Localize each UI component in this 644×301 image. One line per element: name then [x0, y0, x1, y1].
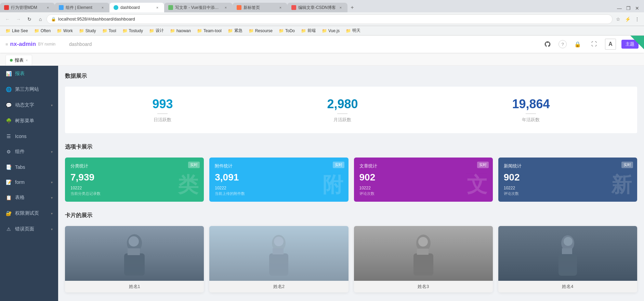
bookmark-teamtool[interactable]: 📁 Team-tool [194, 28, 224, 34]
tab-close-5[interactable]: × [278, 5, 283, 10]
browser-tab-2[interactable]: 组件 | Element × [55, 3, 109, 12]
person-card-2[interactable]: 姓名2 [209, 226, 348, 292]
hamburger-icon[interactable]: ≡ [5, 42, 8, 47]
yearly-label: 年活跃数 [512, 117, 550, 123]
bookmark-study[interactable]: 📁 Study [76, 28, 99, 34]
sidebar-item-permissions[interactable]: 🔐 权限测试页 ▾ [0, 205, 58, 221]
card-bg-text-4: 新 [611, 171, 632, 199]
stat-card-classification[interactable]: 实时 分类统计 7,939 10222 当前分类总记录数 类 [65, 158, 204, 202]
svg-rect-1 [124, 253, 145, 276]
restore-button[interactable]: ❐ [624, 4, 632, 12]
browser-tab-6[interactable]: 编辑文章-CSDN博客 × [287, 3, 347, 12]
svg-rect-13 [558, 253, 577, 276]
permissions-icon: 🔐 [5, 211, 12, 216]
bookmark-urgent[interactable]: 📁 紧急 [225, 27, 245, 34]
sidebar-item-form[interactable]: 📝 form ▾ [0, 175, 58, 190]
tab-close-3[interactable]: × [155, 5, 160, 10]
sidebar-item-third-party[interactable]: 🌐 第三方网站 [0, 81, 58, 97]
person-card-1[interactable]: 姓名1 [65, 226, 204, 292]
sidebar-item-tabs[interactable]: 📑 Tabs [0, 160, 58, 175]
bookmark-star-icon[interactable]: ☆ [614, 15, 622, 23]
github-icon-btn[interactable] [542, 39, 553, 50]
chevron-down-icon-5: ▾ [51, 212, 53, 215]
bookmark-label: 紧急 [234, 28, 242, 34]
icons-icon: ☰ [5, 134, 12, 139]
bookmark-tool[interactable]: 📁 Tool [100, 28, 119, 34]
data-display-section: 数据展示 993 日活跃数 2,980 月活跃数 [65, 73, 637, 133]
close-window-button[interactable]: ✕ [633, 4, 641, 12]
home-button[interactable]: ⌂ [36, 14, 45, 24]
bookmark-label: 设计 [156, 28, 164, 34]
person-name-1: 姓名1 [65, 281, 204, 292]
forward-button[interactable]: → [14, 14, 23, 24]
bookmark-tomorrow[interactable]: 📁 明天 [343, 27, 363, 34]
sidebar-item-tree-menu[interactable]: 🌳 树形菜单 [0, 113, 58, 129]
bookmark-work[interactable]: 📁 Work [54, 28, 76, 34]
browser-tab-3[interactable]: dashboard × [109, 3, 164, 12]
card-title-4: 新闻统计 [504, 163, 632, 169]
refresh-button[interactable]: ↻ [25, 14, 34, 24]
address-bar[interactable]: 🔒 localhost:9528/#/dashboard/dashboard [47, 14, 613, 24]
bookmark-vuejs[interactable]: 📁 Vue.js [319, 28, 342, 34]
stat-card-article[interactable]: 实时 文章统计 902 10222 评论次数 文 [354, 158, 493, 202]
svg-rect-3 [128, 248, 140, 255]
tab-close-reports[interactable]: × [26, 58, 28, 62]
extensions-icon[interactable]: ⚡ [623, 15, 632, 23]
sidebar-item-dynamic-text[interactable]: 💬 动态文字 ▾ [0, 97, 58, 113]
minimize-button[interactable]: — [615, 4, 623, 12]
card-title-2: 附件统计 [215, 163, 343, 169]
sidebar-item-table[interactable]: 📋 表格 ▾ [0, 190, 58, 205]
tab-title-1: 行为管理MDM [11, 5, 43, 11]
header-right-actions: ? 🔒 ⛶ A 主题 [542, 39, 639, 50]
bookmark-label: Vue.js [328, 28, 340, 33]
person-card-4[interactable]: 姓名4 [498, 226, 637, 292]
tab-close-2[interactable]: × [100, 5, 105, 10]
bookmark-haowan[interactable]: 📁 haowan [167, 28, 194, 34]
bookmark-todo[interactable]: 📁 ToDo [276, 28, 298, 34]
tab-active-dot [10, 59, 13, 62]
tab-close-4[interactable]: × [223, 5, 228, 10]
tab-close-1[interactable]: × [45, 5, 51, 10]
bookmark-tostudy[interactable]: 📁 Tostudy [120, 28, 146, 34]
tab-close-6[interactable]: × [338, 5, 343, 10]
person-card-3[interactable]: 姓名3 [354, 226, 493, 292]
card-badge-3: 实时 [477, 162, 489, 168]
sidebar-item-icons[interactable]: ☰ Icons [0, 129, 58, 144]
breadcrumb-text: dashboard [69, 41, 92, 47]
lock-icon-btn[interactable]: 🔒 [572, 39, 583, 50]
sidebar-item-components[interactable]: ⚙ 组件 ▾ [0, 144, 58, 160]
person-display-title: 卡片的展示 [65, 212, 637, 219]
tab-favicon-6 [291, 5, 296, 10]
bookmark-design[interactable]: 📁 设计 [146, 27, 167, 34]
person-name-3: 姓名3 [354, 281, 493, 292]
sidebar-item-error-pages[interactable]: ⚠ 错误页面 ▾ [0, 221, 58, 237]
browser-tab-5[interactable]: 新标签页 × [233, 3, 287, 12]
person-silhouette-2 [265, 231, 292, 276]
bookmark-icon: 📁 [57, 28, 62, 33]
font-icon-btn[interactable]: A [605, 39, 616, 50]
new-tab-button[interactable]: + [347, 3, 357, 12]
bookmark-frontend[interactable]: 📁 前端 [298, 27, 318, 34]
person-name-4: 姓名4 [498, 281, 637, 292]
app-logo-sub: BY nxmin [38, 42, 55, 47]
bookmark-label: haowan [176, 28, 191, 33]
form-icon: 📝 [5, 179, 12, 185]
back-button[interactable]: ← [3, 14, 12, 24]
browser-tab-4[interactable]: 写文章 - Vue项目中添加粒屏 × [164, 3, 233, 12]
bookmark-often[interactable]: 📁 Often [31, 28, 53, 34]
sidebar-item-reports[interactable]: 📊 报表 [0, 66, 58, 81]
fullscreen-icon-btn[interactable]: ⛶ [589, 39, 600, 50]
stat-card-attachment[interactable]: 实时 附件统计 3,091 10222 当前上传的附件数 附 [209, 158, 348, 202]
app-logo-text: nx-admin [10, 41, 36, 48]
tab-title-2: 组件 | Element [66, 5, 98, 11]
bookmark-icon: 📁 [34, 28, 39, 33]
menu-icon[interactable]: ⋮ [633, 15, 641, 23]
page-tab-reports[interactable]: 报表 × [5, 55, 32, 65]
bookmark-likesee[interactable]: 📁 Like See [3, 28, 31, 34]
browser-tab-1[interactable]: 行为管理MDM × [0, 3, 55, 12]
help-icon-btn[interactable]: ? [558, 40, 567, 48]
stat-card-news[interactable]: 实时 新闻统计 902 10222 评论次数 新 [498, 158, 637, 202]
bookmark-resourse[interactable]: 📁 Resourse [246, 28, 275, 34]
svg-rect-9 [413, 253, 433, 276]
card-badge-2: 实时 [333, 162, 344, 168]
